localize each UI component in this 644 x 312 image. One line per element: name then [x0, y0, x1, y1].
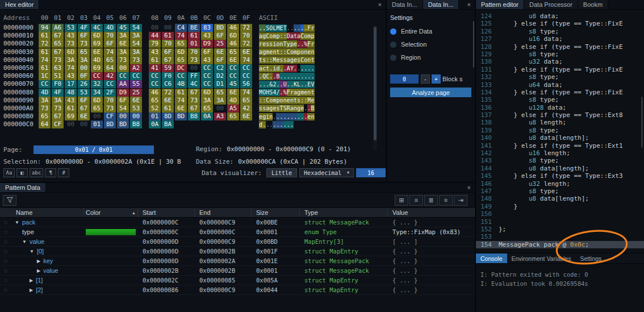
hex-byte[interactable]: 52: [149, 105, 161, 113]
favorite-star-icon[interactable]: ☆: [0, 229, 11, 235]
code-line[interactable]: 128 } else if (type == Type::FixE: [476, 43, 644, 51]
code-line[interactable]: 129 s8 type;: [476, 51, 644, 58]
tree-open-icon[interactable]: ▼: [15, 220, 19, 225]
hex-byte[interactable]: 3A: [214, 97, 226, 105]
hex-byte[interactable]: 67: [162, 56, 174, 64]
hex-byte[interactable]: 48: [65, 89, 77, 97]
hex-byte[interactable]: 3A: [130, 48, 142, 56]
hex-byte[interactable]: 94: [39, 24, 51, 32]
hex-byte[interactable]: 65: [175, 40, 187, 48]
hex-byte[interactable]: 4F: [52, 89, 64, 97]
hex-byte[interactable]: BD: [175, 113, 187, 120]
hex-byte[interactable]: 65: [52, 40, 64, 48]
hex-byte[interactable]: 54: [130, 24, 142, 32]
radio-option-entire-data[interactable]: Entire Data: [390, 28, 471, 35]
tab-console[interactable]: Console: [476, 253, 507, 263]
hex-byte[interactable]: CC: [240, 72, 252, 80]
hex-byte[interactable]: 83: [201, 24, 213, 32]
hex-byte[interactable]: 61: [162, 32, 174, 40]
hex-byte[interactable]: 65: [39, 113, 51, 120]
table-row[interactable]: ☆▶[1]0x0000002C0x000000850x005Astruct Ma…: [0, 276, 475, 285]
tab-settings[interactable]: Settings: [575, 253, 606, 263]
code-line[interactable]: 132 s8 type;: [476, 73, 644, 81]
hex-byte[interactable]: 61: [65, 105, 77, 113]
hex-byte[interactable]: 67: [52, 113, 64, 120]
hex-byte[interactable]: 3A: [65, 56, 77, 64]
hex-byte[interactable]: 00: [149, 24, 161, 32]
hex-byte[interactable]: B8: [188, 113, 200, 120]
hex-byte[interactable]: 53: [78, 89, 90, 97]
hex-byte[interactable]: 42: [240, 105, 252, 113]
hex-byte[interactable]: 00: [188, 64, 200, 72]
hex-byte[interactable]: 65: [201, 105, 213, 113]
grid-toggle-button[interactable]: #: [58, 168, 69, 177]
hex-byte[interactable]: 61: [175, 89, 187, 97]
hex-byte[interactable]: CC: [201, 80, 213, 88]
code-line[interactable]: 126 s8 type;: [476, 28, 644, 35]
hex-byte[interactable]: 69: [65, 113, 77, 120]
hex-ascii[interactable]: ressionType..%Fr: [259, 40, 315, 48]
hex-byte[interactable]: 65: [175, 56, 187, 64]
code-line[interactable]: 143 s8 type;: [476, 157, 644, 164]
favorite-star-icon[interactable]: ☆: [0, 277, 11, 284]
hex-byte[interactable]: 3A: [78, 56, 90, 64]
hex-byte[interactable]: 8D: [104, 120, 116, 128]
code-line[interactable]: 147 s8 type;: [476, 188, 644, 195]
table-row[interactable]: ☆▼pack0x0000000C0x000000C90x00BEstruct M…: [0, 218, 475, 227]
tree-style-button[interactable]: ≡: [409, 195, 423, 206]
inspector-close-button[interactable]: ×: [463, 0, 475, 9]
hex-byte[interactable]: 3A: [201, 97, 213, 105]
hex-ascii[interactable]: ..SOLMET......Fr: [259, 24, 315, 32]
favorite-star-icon[interactable]: ☆: [0, 219, 11, 226]
hex-byte[interactable]: C2: [214, 64, 226, 72]
favorite-star-icon[interactable]: ☆: [0, 287, 11, 293]
hex-byte[interactable]: AA: [117, 80, 129, 88]
hex-byte[interactable]: 3A: [117, 32, 129, 40]
tree-closed-icon[interactable]: ▶: [30, 288, 33, 293]
hex-byte[interactable]: CC: [201, 72, 213, 80]
hex-byte[interactable]: 65: [149, 97, 161, 105]
column-header-start[interactable]: Start: [138, 208, 195, 217]
editor-scrollbar[interactable]: [641, 11, 643, 244]
hex-byte[interactable]: D9: [117, 89, 129, 97]
hex-byte[interactable]: 4C: [188, 80, 200, 88]
hex-byte[interactable]: 6F: [201, 48, 213, 56]
hex-ascii[interactable]: act.id..AY......: [259, 65, 315, 72]
hex-byte[interactable]: 3A: [117, 48, 129, 56]
hex-byte[interactable]: CC: [201, 64, 213, 72]
hex-byte[interactable]: 73: [78, 40, 90, 48]
group-style-button[interactable]: ≡: [439, 195, 453, 206]
hex-byte[interactable]: DC: [175, 64, 187, 72]
hex-byte[interactable]: 6D: [227, 32, 239, 40]
hex-byte[interactable]: 00: [91, 113, 103, 120]
hex-byte[interactable]: 43: [65, 97, 77, 105]
hex-byte[interactable]: BD: [214, 24, 226, 32]
code-line[interactable]: 137 } else if (type == Type::Ext8: [476, 111, 644, 119]
hex-scrollbar[interactable]: [373, 26, 377, 151]
hex-byte[interactable]: 6D: [91, 97, 103, 105]
jump-to-pattern-button[interactable]: ⇥: [454, 195, 467, 206]
hex-byte[interactable]: 0A: [149, 120, 161, 128]
code-line[interactable]: 152};: [476, 226, 644, 233]
hex-byte[interactable]: 72: [240, 40, 252, 48]
column-header-size[interactable]: Size: [252, 208, 300, 217]
code-line[interactable]: 134 } else if (type == Type::FixE: [476, 89, 644, 96]
hex-byte[interactable]: 4D: [91, 56, 103, 64]
hex-byte[interactable]: 74: [240, 56, 252, 64]
hex-byte[interactable]: 67: [188, 89, 200, 97]
code-line[interactable]: 148 u8 data[length];: [476, 195, 644, 202]
radio-option-region[interactable]: Region: [390, 54, 471, 61]
hex-byte[interactable]: 70: [240, 32, 252, 40]
table-view-button[interactable]: ⊞: [395, 195, 408, 206]
code-line[interactable]: 140 u8 data[length];: [476, 134, 644, 142]
hex-byte[interactable]: 2F: [104, 89, 116, 97]
paragraph-toggle-button[interactable]: ¶: [45, 168, 56, 177]
hex-ascii[interactable]: MOHS4/.%Fragment: [259, 89, 315, 96]
hex-byte[interactable]: 74: [240, 89, 252, 97]
hex-ascii[interactable]: ts::MessagesCont: [259, 56, 315, 64]
hex-byte[interactable]: 43: [65, 32, 77, 40]
hex-byte[interactable]: 73: [39, 105, 51, 113]
hex-byte[interactable]: 70: [188, 48, 200, 56]
tab-pattern-editor[interactable]: Pattern editor: [476, 0, 524, 9]
uppercase-toggle-button[interactable]: Aa: [3, 168, 15, 177]
